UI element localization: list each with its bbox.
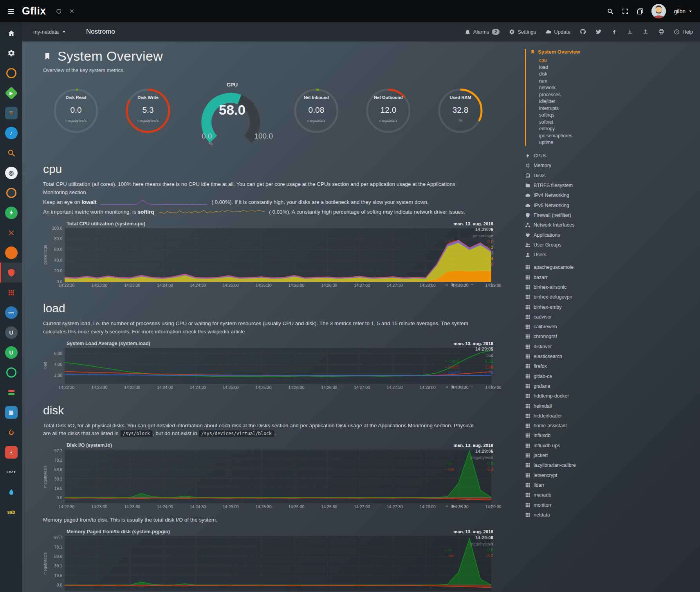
gauge-disk-read[interactable]: Disk Read0.0megabytes/s bbox=[47, 88, 105, 133]
app-shortcut-app-grid-red[interactable] bbox=[0, 283, 22, 302]
sidebar-item-lidarr[interactable]: lidarr bbox=[525, 480, 700, 490]
sidebar-item-letsencrypt[interactable]: letsencrypt bbox=[525, 470, 700, 480]
sidebar-item-gitlab-ce[interactable]: gitlab-ce bbox=[525, 371, 700, 381]
app-shortcut-app-dark-ring[interactable] bbox=[0, 183, 22, 203]
sidebar-item-disks[interactable]: Disks bbox=[525, 171, 700, 180]
app-shortcut-app-u-grey[interactable]: U bbox=[0, 322, 22, 342]
sidebar-subitem-uptime[interactable]: uptime bbox=[539, 139, 700, 146]
sidebar-item-home-assistant[interactable]: home-assistant bbox=[525, 421, 700, 431]
sidebar-item-user-groups[interactable]: User Groups bbox=[525, 240, 700, 250]
sidebar-item-memory[interactable]: Memory bbox=[525, 161, 700, 171]
sidebar-item-lazylibrarian-calibre[interactable]: lazylibrarian-calibre bbox=[525, 461, 700, 470]
chart-plot-area[interactable] bbox=[65, 536, 491, 591]
gauge-disk-write[interactable]: Disk Write5.3megabytes/s bbox=[119, 88, 177, 133]
sidebar-item-binhex-emby[interactable]: binhex-emby bbox=[525, 302, 700, 312]
sidebar-subitem-softnet[interactable]: softnet bbox=[539, 119, 700, 126]
gauge-net-inbound[interactable]: Net Inbound0.08megabits/s bbox=[287, 88, 346, 133]
app-shortcut-settings[interactable] bbox=[0, 43, 22, 63]
sidebar-item-calibreweb[interactable]: calibreweb bbox=[525, 322, 700, 332]
window-switcher-icon[interactable] bbox=[637, 8, 644, 15]
sidebar-item-chronograf[interactable]: chronograf bbox=[525, 332, 700, 342]
gauge-net-outbound[interactable]: Net Outbound12.0megabits/s bbox=[359, 88, 418, 133]
app-shortcut-app-drop[interactable] bbox=[0, 482, 22, 502]
sidebar-item-grafana[interactable]: grafana bbox=[525, 381, 700, 391]
sidebar-item-cadvisor[interactable]: cadvisor bbox=[525, 312, 700, 322]
sidebar-item-btrfs-filesystem[interactable]: BTRFS filesystem bbox=[525, 180, 700, 190]
settings-button[interactable]: Settings bbox=[509, 29, 536, 35]
server-selector[interactable]: my-netdata bbox=[29, 29, 70, 35]
sidebar-item-binhex-airsonic[interactable]: binhex-airsonic bbox=[525, 282, 700, 292]
sidebar-item-ipv4-networking[interactable]: IPv4 Networking bbox=[525, 191, 700, 200]
export-snapshot-button[interactable] bbox=[627, 29, 633, 35]
sidebar-item-system-overview[interactable]: System Overview bbox=[530, 49, 700, 55]
app-shortcut-app-orange-circle[interactable] bbox=[0, 243, 22, 263]
fullscreen-icon[interactable] bbox=[622, 8, 629, 15]
sidebar-subitem-softirqs[interactable]: softirqs bbox=[539, 112, 700, 119]
chart-plot-area[interactable] bbox=[65, 348, 491, 384]
sidebar-item-network-interfaces[interactable]: Network Interfaces bbox=[525, 220, 700, 230]
sidebar-item-netdata[interactable]: netdata bbox=[525, 510, 700, 520]
help-button[interactable]: Help bbox=[674, 29, 693, 35]
print-button[interactable] bbox=[658, 29, 664, 35]
sidebar-item-ipv6-networking[interactable]: IPv6 Networking bbox=[525, 200, 700, 210]
app-shortcut-app-flame[interactable] bbox=[0, 422, 22, 442]
app-shortcut-app-lazy[interactable]: LAZY bbox=[0, 462, 22, 482]
app-shortcut-app-orange-ring[interactable] bbox=[0, 63, 22, 83]
chart-plot-area[interactable] bbox=[65, 228, 491, 282]
app-shortcut-app-green-diamond[interactable]: ▶ bbox=[0, 83, 22, 103]
gauge-cpu[interactable]: CPU58.00.0100.0% bbox=[191, 82, 274, 149]
search-icon[interactable] bbox=[607, 8, 614, 15]
chart-plot-area[interactable] bbox=[65, 450, 491, 503]
app-shortcut-app-search[interactable] bbox=[0, 143, 22, 163]
app-shortcut-app-green-bolt[interactable] bbox=[0, 203, 22, 223]
sidebar-item-hddtemp-docker[interactable]: hddtemp-docker bbox=[525, 391, 700, 401]
sidebar-subitem-interrupts[interactable]: interrupts bbox=[539, 105, 700, 112]
sidebar-item-elasticsearch[interactable]: elasticsearch bbox=[525, 351, 700, 361]
app-shortcut-app-cross[interactable] bbox=[0, 223, 22, 243]
avatar[interactable] bbox=[651, 4, 666, 18]
sidebar-subitem-network[interactable]: network bbox=[539, 85, 700, 92]
sidebar-subitem-disk[interactable]: disk bbox=[539, 71, 700, 78]
system-io-chart[interactable]: Disk I/O (system.io)megabytes/s97.778.15… bbox=[43, 443, 493, 510]
system-pgpgio-chart[interactable]: Memory Paged from/to disk (system.pgpgio… bbox=[43, 529, 493, 592]
sidebar-item-heimdall[interactable]: heimdall bbox=[525, 401, 700, 411]
app-shortcut-app-sab[interactable]: sab bbox=[0, 502, 22, 522]
app-shortcut-app-shield[interactable] bbox=[0, 263, 22, 283]
sidebar-item-bazarr[interactable]: bazarr bbox=[525, 272, 700, 282]
sidebar-subitem-entropy[interactable]: entropy bbox=[539, 126, 700, 133]
sidebar-item-binhex-delugevpn[interactable]: binhex-delugevpn bbox=[525, 292, 700, 302]
system-cpu-chart[interactable]: Total CPU utilization (system.cpu)percen… bbox=[43, 221, 493, 288]
refresh-tab-button[interactable] bbox=[56, 8, 62, 14]
app-shortcut-app-download-red[interactable] bbox=[0, 442, 22, 462]
sidebar-item-diskover[interactable]: diskover bbox=[525, 342, 700, 351]
app-shortcut-app-ring-green[interactable] bbox=[0, 362, 22, 382]
sidebar-item-influxdb-ups[interactable]: influxdb-ups bbox=[525, 441, 700, 450]
app-shortcut-app-pills[interactable] bbox=[0, 382, 22, 402]
app-shortcut-app-blue-box[interactable]: ≡ bbox=[0, 103, 22, 123]
sidebar-item-applications[interactable]: Applications bbox=[525, 230, 700, 240]
sidebar-subitem-ram[interactable]: ram bbox=[539, 78, 700, 85]
close-tab-button[interactable] bbox=[69, 8, 75, 14]
app-shortcut-app-blue-square[interactable]: ▣ bbox=[0, 402, 22, 422]
update-button[interactable]: Update bbox=[545, 29, 570, 35]
sidebar-item-apacheguacamole[interactable]: apacheguacamole bbox=[525, 263, 700, 272]
alarms-button[interactable]: Alarms 2 bbox=[465, 29, 500, 35]
sidebar-item-firewall-netfilter[interactable]: Firewall (netfilter) bbox=[525, 210, 700, 220]
user-menu[interactable]: gilbn bbox=[674, 8, 693, 14]
sidebar-subitem-ipc-semaphores[interactable]: ipc semaphores bbox=[539, 133, 700, 140]
sidebar-item-cpus[interactable]: CPUs bbox=[525, 151, 700, 161]
sidebar-item-monitorr[interactable]: monitorr bbox=[525, 500, 700, 510]
gauge-used-ram[interactable]: Used RAM32.8% bbox=[431, 88, 490, 133]
sidebar-subitem-idlejitter[interactable]: idlejitter bbox=[539, 98, 700, 105]
sidebar-subitem-load[interactable]: load bbox=[539, 64, 700, 71]
sidebar-item-users[interactable]: Users bbox=[525, 250, 700, 259]
app-shortcut-app-u-green[interactable]: U bbox=[0, 342, 22, 362]
facebook-link[interactable] bbox=[611, 29, 617, 35]
menu-button[interactable] bbox=[7, 7, 15, 15]
sidebar-subitem-processes[interactable]: processes bbox=[539, 92, 700, 99]
app-shortcut-app-music[interactable]: ♪ bbox=[0, 123, 22, 143]
sidebar-subitem-cpu[interactable]: cpu bbox=[539, 57, 700, 64]
sidebar-item-mariadb[interactable]: mariadb bbox=[525, 490, 700, 500]
github-link[interactable] bbox=[580, 29, 586, 35]
sidebar-item-jackett[interactable]: jackett bbox=[525, 450, 700, 460]
